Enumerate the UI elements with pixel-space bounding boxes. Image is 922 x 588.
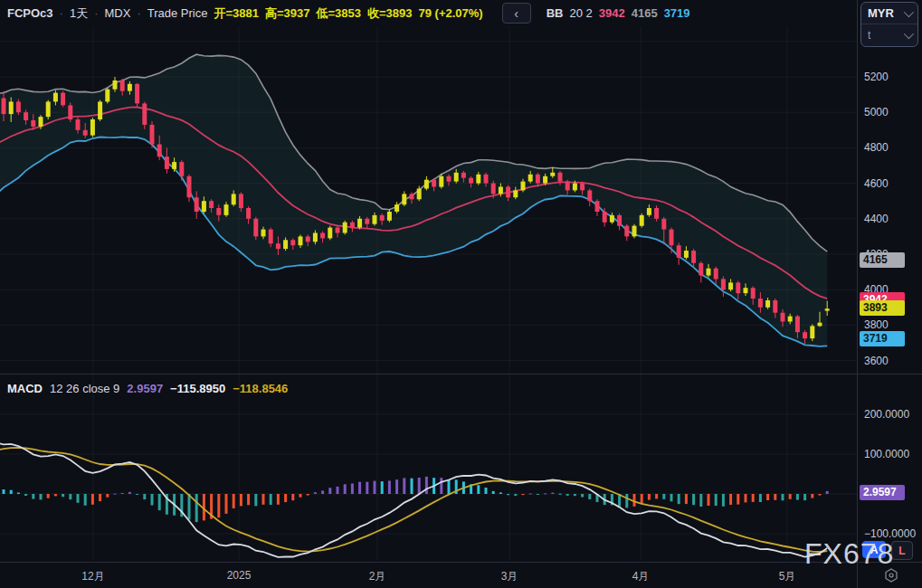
legend-collapse-button[interactable]: ‹ (502, 3, 531, 24)
time-axis-label: 4月 (632, 569, 650, 584)
price-axis-label: 3600 (864, 355, 889, 367)
separator-dot: · (137, 6, 140, 20)
price-axis-label: 5000 (864, 106, 889, 119)
symbol-legend: FCPOc3 · 1天 · MDX · Trade Price 开=3881 高… (7, 0, 690, 26)
time-axis-label: 2月 (369, 569, 386, 584)
high-value: 高=3937 (265, 5, 310, 22)
macd-signal-value: −118.8546 (233, 382, 288, 395)
time-axis-label: 3月 (501, 569, 518, 584)
price-axis[interactable]: MYR t 5200500048004600440042004000380036… (857, 0, 922, 588)
pane-divider[interactable] (0, 374, 922, 375)
bb-indicator-name: BB (547, 6, 564, 20)
chevron-left-icon: ‹ (514, 7, 518, 20)
unit-selector[interactable]: t (861, 24, 917, 45)
close-value: 收=3893 (367, 5, 413, 22)
time-axis-label: 12月 (81, 569, 104, 584)
price-axis-label: 4400 (864, 213, 889, 225)
open-value: 开=3881 (214, 5, 259, 22)
log-scale-button[interactable]: L (891, 541, 913, 560)
price-axis-label: 4800 (864, 141, 889, 154)
price-axis-label: 3800 (864, 318, 889, 331)
currency-unit-box: MYR t (860, 2, 918, 47)
exchange-label: MDX (105, 6, 131, 20)
bb-indicator-params: 20 2 (569, 6, 592, 20)
macd-axis-label: 100.0000 (864, 448, 909, 460)
chevron-down-icon (904, 6, 914, 16)
trading-chart-app: FCPOc3 · 1天 · MDX · Trade Price 开=3881 高… (0, 0, 922, 588)
macd-pane (0, 443, 857, 557)
bb-upper-value: 4165 (632, 6, 658, 20)
currency-label: MYR (868, 6, 894, 20)
separator-dot: · (94, 6, 98, 20)
macd-axis-label: 200.0000 (864, 408, 909, 421)
chevron-down-icon (904, 28, 914, 38)
time-axis-label: 2025 (227, 569, 252, 582)
macd-hist-badge: 2.9597 (860, 485, 905, 500)
chart-canvas[interactable] (0, 0, 857, 562)
change-value: 79 (+2.07%) (419, 6, 483, 20)
macd-legend: MACD 12 26 close 9 2.9597 −115.8950 −118… (7, 382, 288, 395)
bollinger-band (0, 54, 830, 346)
price-badge: 3719 (860, 331, 905, 346)
price-axis-label: 5200 (864, 71, 889, 83)
macd-indicator-params: 12 26 close 9 (50, 382, 119, 395)
unit-label: t (868, 29, 870, 42)
price-type-label: Trade Price (147, 6, 208, 20)
price-badge: 3893 (860, 300, 905, 316)
separator-dot: · (60, 6, 63, 20)
symbol-name: FCPOc3 (7, 6, 53, 20)
bb-basis-value: 3942 (599, 6, 625, 20)
bb-lower-value: 3719 (664, 6, 690, 20)
time-axis[interactable]: 12月20252月3月4月5月 (0, 562, 922, 588)
interval-label: 1天 (70, 5, 88, 22)
price-badge: 4165 (860, 252, 905, 268)
macd-line-value: −115.8950 (170, 382, 225, 395)
low-value: 低=3853 (316, 5, 361, 22)
currency-selector[interactable]: MYR (861, 3, 917, 24)
time-axis-label: 5月 (779, 569, 796, 584)
macd-hist-value: 2.9597 (127, 382, 163, 395)
macd-indicator-name: MACD (7, 382, 43, 395)
price-axis-label: 4600 (864, 177, 889, 190)
fx678-watermark: FX678 (804, 537, 894, 571)
